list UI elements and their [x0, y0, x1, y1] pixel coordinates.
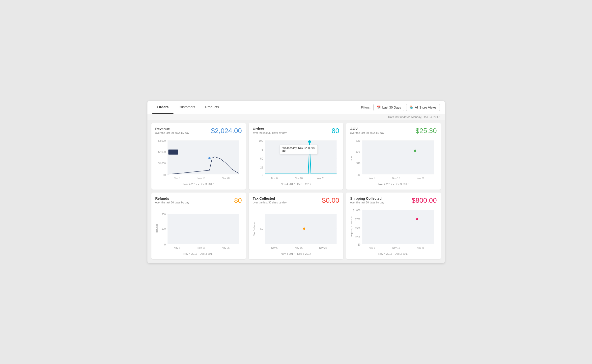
card-refunds: Refunds over the last 30 days by day 80 … [151, 193, 246, 259]
svg-text:$10: $10 [356, 162, 361, 165]
card-tax-value: $0.00 [322, 196, 339, 204]
store-icon: 🏪 [409, 106, 413, 109]
svg-point-77 [416, 218, 419, 220]
svg-text:$750: $750 [355, 218, 361, 221]
card-tax-daterange: Nov 4 2017 - Dec 3 2017 [253, 252, 339, 255]
card-revenue-subtitle: over the last 30 days by day [155, 131, 189, 134]
card-refunds-title: Refunds [155, 196, 189, 200]
svg-text:$3,000: $3,000 [158, 139, 166, 142]
card-orders-value: 80 [332, 127, 339, 135]
chart-shipping-area: $1,000 $750 $500 $250 $0 Shipping Collec… [350, 207, 437, 251]
svg-text:ACV: ACV [350, 156, 353, 161]
card-revenue: Revenue over the last 30 days by day $2,… [151, 123, 246, 190]
dashboard-grid: Revenue over the last 30 days by day $2,… [147, 120, 445, 263]
svg-text:Nov 26: Nov 26 [316, 177, 324, 179]
filter-store-label: All Store Views [415, 106, 436, 109]
card-shipping: Shipping Collected over the last 30 days… [346, 193, 441, 259]
card-orders-daterange: Nov 4 2017 - Dec 3 2017 [253, 183, 339, 186]
svg-text:$0: $0 [358, 243, 361, 246]
svg-text:25: 25 [260, 166, 263, 169]
svg-text:Nov 16: Nov 16 [392, 246, 400, 249]
card-revenue-title: Revenue [155, 127, 189, 131]
tab-products[interactable]: Products [200, 101, 224, 114]
svg-text:Refunds: Refunds [155, 224, 158, 233]
svg-text:75: 75 [260, 148, 263, 151]
chart-aov-area: $30 $20 $10 $0 ACV Nov 5 Nov 16 Nov 26 [350, 138, 437, 181]
card-revenue-header: Revenue over the last 30 days by day $2,… [155, 127, 242, 135]
svg-rect-75 [362, 210, 434, 244]
chart-orders-area: 100 75 50 25 0 [253, 138, 339, 181]
card-tax-title: Tax Collected [253, 196, 287, 200]
last-updated-text: Data last updated Monday, Dec 04, 2017 [388, 115, 440, 118]
card-refunds-value: 80 [234, 196, 242, 204]
svg-text:Nov 26: Nov 26 [417, 177, 424, 179]
card-revenue-daterange: Nov 4 2017 - Dec 3 2017 [155, 183, 242, 186]
card-aov-daterange: Nov 4 2017 - Dec 3 2017 [350, 183, 437, 186]
svg-rect-24 [265, 140, 337, 174]
svg-text:0: 0 [262, 173, 263, 176]
svg-text:$30: $30 [356, 139, 361, 142]
svg-text:$0: $0 [163, 173, 166, 176]
filter-store-button[interactable]: 🏪 All Store Views [406, 104, 440, 111]
nav-bar: Orders Customers Products Filters: 📅 Las… [147, 101, 445, 114]
svg-text:$0: $0 [260, 227, 263, 230]
calendar-icon: 📅 [377, 106, 381, 109]
svg-text:Nov 16: Nov 16 [295, 177, 303, 179]
tab-orders[interactable]: Orders [152, 101, 174, 114]
card-refunds-subtitle: over the last 30 days by day [155, 201, 189, 204]
nav-filters: Filters: 📅 Last 30 Days 🏪 All Store View… [361, 104, 440, 111]
app-container: Orders Customers Products Filters: 📅 Las… [147, 101, 445, 263]
card-shipping-header: Shipping Collected over the last 30 days… [350, 196, 437, 204]
filter-date-button[interactable]: 📅 Last 30 Days [373, 104, 404, 111]
svg-rect-9 [168, 149, 178, 154]
svg-rect-39 [362, 140, 434, 174]
svg-point-61 [303, 227, 305, 230]
card-aov: AOV over the last 30 days by day $25.30 … [346, 123, 441, 190]
svg-text:$2,000: $2,000 [158, 150, 166, 153]
svg-text:Nov 26: Nov 26 [222, 177, 230, 179]
svg-text:Nov 6: Nov 6 [271, 246, 278, 249]
card-revenue-value: $2,024.00 [211, 127, 242, 135]
card-shipping-title: Shipping Collected [350, 196, 384, 200]
chart-refunds-svg: 200 100 0 Refunds Nov 6 Nov 16 Nov 26 [155, 207, 242, 251]
card-orders-subtitle: over the last 30 days by day [253, 131, 287, 134]
chart-tax-svg: $0 Tax Collected Nov 6 Nov 16 Nov 26 [253, 207, 339, 251]
svg-text:$250: $250 [355, 236, 361, 239]
svg-text:Nov 26: Nov 26 [417, 246, 424, 249]
card-aov-subtitle: over the last 30 days by day [350, 131, 384, 134]
filters-label: Filters: [361, 106, 370, 109]
card-aov-title: AOV [350, 127, 384, 131]
svg-text:Tax Collected: Tax Collected [253, 221, 255, 236]
chart-orders-svg: 100 75 50 25 0 [253, 138, 339, 181]
chart-shipping-svg: $1,000 $750 $500 $250 $0 Shipping Collec… [350, 207, 437, 251]
chart-tax-area: $0 Tax Collected Nov 6 Nov 16 Nov 26 [253, 207, 339, 251]
svg-text:50: 50 [260, 157, 263, 160]
svg-rect-8 [168, 140, 239, 174]
card-refunds-daterange: Nov 4 2017 - Dec 3 2017 [155, 252, 242, 255]
card-tax: Tax Collected over the last 30 days by d… [249, 193, 343, 259]
svg-text:Nov 16: Nov 16 [295, 246, 303, 249]
svg-text:200: 200 [162, 213, 166, 216]
chart-aov-svg: $30 $20 $10 $0 ACV Nov 5 Nov 16 Nov 26 [350, 138, 437, 181]
last-updated-bar: Data last updated Monday, Dec 04, 2017 [147, 114, 445, 120]
svg-text:Nov 16: Nov 16 [197, 246, 205, 249]
card-orders: Orders over the last 30 days by day 80 1… [249, 123, 343, 190]
svg-text:100: 100 [259, 139, 263, 142]
card-orders-header: Orders over the last 30 days by day 80 [253, 127, 339, 135]
svg-text:Nov 26: Nov 26 [319, 246, 327, 249]
svg-text:Nov 5: Nov 5 [369, 177, 375, 179]
svg-text:$1,000: $1,000 [158, 162, 166, 165]
card-shipping-value: $800.00 [412, 196, 437, 204]
tab-customers[interactable]: Customers [173, 101, 200, 114]
svg-text:Nov 16: Nov 16 [392, 177, 400, 179]
chart-revenue-area: $3,000 $2,000 $1,000 $0 [155, 138, 242, 181]
svg-text:100: 100 [162, 227, 166, 230]
svg-point-41 [414, 149, 416, 152]
svg-text:Nov 6: Nov 6 [271, 177, 278, 179]
svg-text:0: 0 [164, 243, 166, 246]
svg-text:Nov 6: Nov 6 [174, 246, 180, 249]
filter-date-label: Last 30 Days [382, 106, 401, 109]
card-aov-value: $25.30 [416, 127, 437, 135]
svg-text:Nov 6: Nov 6 [369, 246, 375, 249]
card-orders-title: Orders [253, 127, 287, 131]
